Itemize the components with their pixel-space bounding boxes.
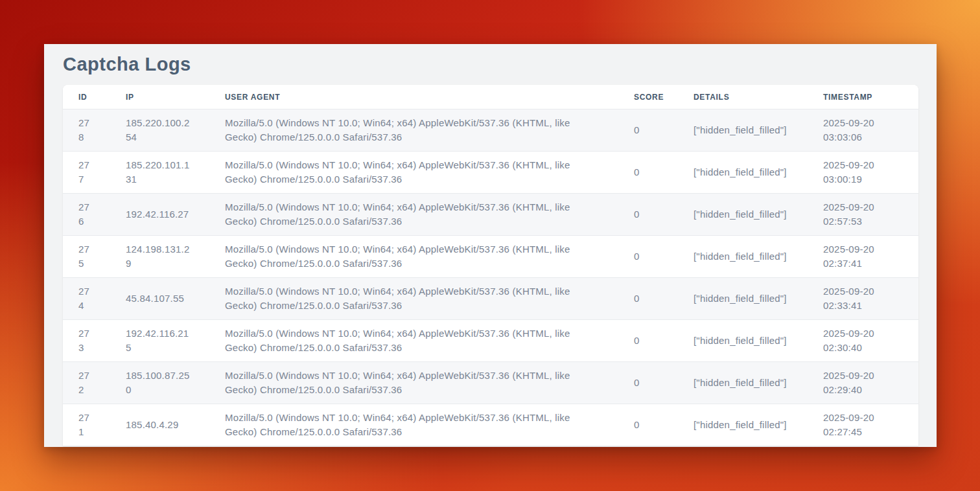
cell-timestamp: 2025-09-20 02:37:41 bbox=[808, 236, 918, 278]
column-header-id: ID bbox=[63, 85, 110, 109]
cell-ip: 45.84.107.55 bbox=[110, 278, 209, 320]
cell-score: 0 bbox=[618, 152, 678, 194]
table-body: 278185.220.100.254Mozilla/5.0 (Windows N… bbox=[63, 109, 918, 446]
cell-id: 278 bbox=[63, 109, 110, 152]
cell-id: 274 bbox=[63, 278, 110, 320]
column-header-score: SCORE bbox=[618, 85, 678, 109]
captcha-logs-card: Captcha Logs IDIPUSER AGENTSCOREDETAILST… bbox=[44, 44, 937, 447]
cell-id: 276 bbox=[63, 194, 110, 236]
column-header-user_agent: USER AGENT bbox=[209, 85, 618, 109]
table-row: 278185.220.100.254Mozilla/5.0 (Windows N… bbox=[63, 109, 918, 152]
page-title: Captcha Logs bbox=[63, 53, 918, 75]
cell-details: ["hidden_field_filled"] bbox=[678, 194, 808, 236]
cell-user_agent: Mozilla/5.0 (Windows NT 10.0; Win64; x64… bbox=[209, 278, 618, 320]
cell-score: 0 bbox=[618, 278, 678, 320]
cell-ip: 124.198.131.29 bbox=[110, 236, 209, 278]
cell-score: 0 bbox=[618, 236, 678, 278]
cell-id: 277 bbox=[63, 152, 110, 194]
cell-timestamp: 2025-09-20 02:27:45 bbox=[808, 404, 918, 446]
cell-score: 0 bbox=[618, 194, 678, 236]
cell-ip: 192.42.116.27 bbox=[110, 194, 209, 236]
logs-table-container: IDIPUSER AGENTSCOREDETAILSTIMESTAMP 2781… bbox=[63, 85, 918, 446]
cell-id: 272 bbox=[63, 362, 110, 404]
cell-id: 275 bbox=[63, 236, 110, 278]
cell-score: 0 bbox=[618, 109, 678, 152]
table-row: 276192.42.116.27Mozilla/5.0 (Windows NT … bbox=[63, 194, 918, 236]
cell-details: ["hidden_field_filled"] bbox=[678, 320, 808, 362]
cell-user_agent: Mozilla/5.0 (Windows NT 10.0; Win64; x64… bbox=[209, 152, 618, 194]
table-row: 272185.100.87.250Mozilla/5.0 (Windows NT… bbox=[63, 362, 918, 404]
cell-details: ["hidden_field_filled"] bbox=[678, 404, 808, 446]
table-row: 271185.40.4.29Mozilla/5.0 (Windows NT 10… bbox=[63, 404, 918, 446]
cell-score: 0 bbox=[618, 404, 678, 446]
cell-id: 273 bbox=[63, 320, 110, 362]
cell-timestamp: 2025-09-20 03:00:19 bbox=[808, 152, 918, 194]
table-row: 273192.42.116.215Mozilla/5.0 (Windows NT… bbox=[63, 320, 918, 362]
column-header-timestamp: TIMESTAMP bbox=[808, 85, 918, 109]
cell-timestamp: 2025-09-20 02:29:40 bbox=[808, 362, 918, 404]
captcha-logs-table: IDIPUSER AGENTSCOREDETAILSTIMESTAMP 2781… bbox=[63, 85, 918, 446]
cell-score: 0 bbox=[618, 320, 678, 362]
table-row: 277185.220.101.131Mozilla/5.0 (Windows N… bbox=[63, 152, 918, 194]
cell-timestamp: 2025-09-20 03:03:06 bbox=[808, 109, 918, 152]
cell-score: 0 bbox=[618, 362, 678, 404]
cell-user_agent: Mozilla/5.0 (Windows NT 10.0; Win64; x64… bbox=[209, 320, 618, 362]
table-row: 275124.198.131.29Mozilla/5.0 (Windows NT… bbox=[63, 236, 918, 278]
cell-user_agent: Mozilla/5.0 (Windows NT 10.0; Win64; x64… bbox=[209, 362, 618, 404]
cell-details: ["hidden_field_filled"] bbox=[678, 109, 808, 152]
cell-details: ["hidden_field_filled"] bbox=[678, 236, 808, 278]
column-header-ip: IP bbox=[110, 85, 209, 109]
cell-ip: 185.220.101.131 bbox=[110, 152, 209, 194]
cell-user_agent: Mozilla/5.0 (Windows NT 10.0; Win64; x64… bbox=[209, 194, 618, 236]
cell-user_agent: Mozilla/5.0 (Windows NT 10.0; Win64; x64… bbox=[209, 109, 618, 152]
table-row: 27445.84.107.55Mozilla/5.0 (Windows NT 1… bbox=[63, 278, 918, 320]
cell-user_agent: Mozilla/5.0 (Windows NT 10.0; Win64; x64… bbox=[209, 404, 618, 446]
cell-timestamp: 2025-09-20 02:30:40 bbox=[808, 320, 918, 362]
cell-ip: 185.100.87.250 bbox=[110, 362, 209, 404]
cell-timestamp: 2025-09-20 02:33:41 bbox=[808, 278, 918, 320]
column-header-details: DETAILS bbox=[678, 85, 808, 109]
cell-details: ["hidden_field_filled"] bbox=[678, 278, 808, 320]
cell-ip: 185.40.4.29 bbox=[110, 404, 209, 446]
cell-ip: 185.220.100.254 bbox=[110, 109, 209, 152]
table-header-row: IDIPUSER AGENTSCOREDETAILSTIMESTAMP bbox=[63, 85, 918, 109]
cell-details: ["hidden_field_filled"] bbox=[678, 362, 808, 404]
cell-timestamp: 2025-09-20 02:57:53 bbox=[808, 194, 918, 236]
cell-details: ["hidden_field_filled"] bbox=[678, 152, 808, 194]
cell-id: 271 bbox=[63, 404, 110, 446]
cell-ip: 192.42.116.215 bbox=[110, 320, 209, 362]
cell-user_agent: Mozilla/5.0 (Windows NT 10.0; Win64; x64… bbox=[209, 236, 618, 278]
page-background: Captcha Logs IDIPUSER AGENTSCOREDETAILST… bbox=[0, 0, 980, 491]
